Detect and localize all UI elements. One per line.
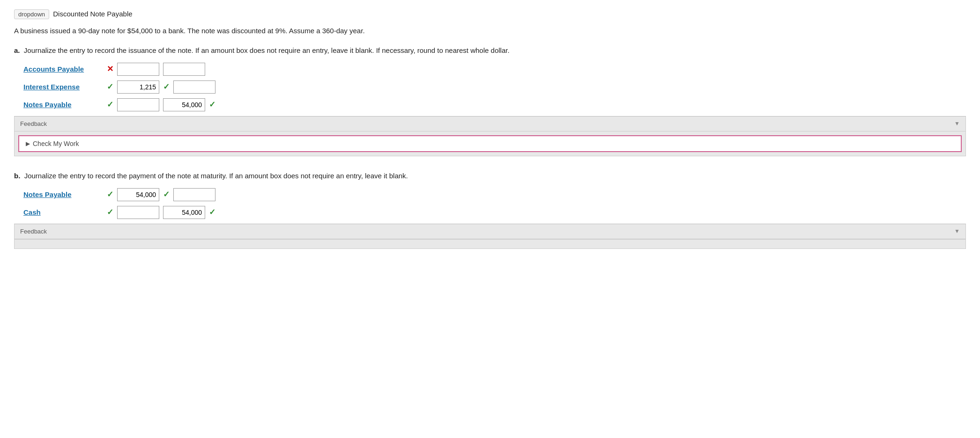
table-row: Notes Payable ✓ ✓ — [23, 98, 966, 111]
section-a: a. Journalize the entry to record the is… — [14, 45, 966, 156]
notes-payable-b-debit-input[interactable] — [117, 188, 159, 201]
cash-debit-input[interactable] — [117, 206, 159, 219]
accounts-payable-status-icon: ✕ — [107, 64, 113, 74]
cash-credit-check-icon: ✓ — [209, 207, 215, 217]
account-link-notes-payable-b[interactable]: Notes Payable — [23, 190, 103, 198]
account-link-interest-expense[interactable]: Interest Expense — [23, 83, 103, 91]
check-my-work-label: Check My Work — [33, 140, 79, 147]
notes-payable-a-status-icon: ✓ — [107, 100, 113, 110]
check-my-work-button[interactable]: ▶ Check My Work — [18, 135, 962, 152]
section-b-label: b. — [14, 172, 20, 180]
section-b-feedback-label: Feedback — [20, 228, 47, 235]
notes-payable-a-credit-input[interactable] — [163, 98, 205, 111]
notes-payable-b-debit-check-icon: ✓ — [163, 190, 170, 199]
account-link-notes-payable-a[interactable]: Notes Payable — [23, 101, 103, 109]
table-row: Cash ✓ ✓ — [23, 206, 966, 219]
notes-payable-a-credit-check-icon: ✓ — [209, 100, 215, 110]
section-b-instruction: b. Journalize the entry to record the pa… — [14, 170, 966, 182]
check-my-work-arrow-icon: ▶ — [26, 140, 30, 147]
section-b-feedback-box: Feedback ▼ — [14, 224, 966, 249]
account-link-accounts-payable[interactable]: Accounts Payable — [23, 65, 103, 73]
section-a-feedback-chevron-icon: ▼ — [954, 120, 960, 127]
section-b: b. Journalize the entry to record the pa… — [14, 170, 966, 249]
interest-expense-credit-input[interactable] — [173, 80, 215, 94]
accounts-payable-credit-input[interactable] — [163, 63, 205, 76]
section-a-feedback-label: Feedback — [20, 120, 47, 127]
cash-credit-input[interactable] — [163, 206, 205, 219]
table-row: Accounts Payable ✕ — [23, 63, 966, 76]
table-row: Notes Payable ✓ ✓ — [23, 188, 966, 201]
section-b-feedback-header: Feedback ▼ — [15, 224, 965, 239]
notes-payable-a-debit-input[interactable] — [117, 98, 159, 111]
interest-expense-status-icon: ✓ — [107, 82, 113, 92]
notes-payable-b-credit-input[interactable] — [173, 188, 215, 201]
interest-expense-debit-check-icon: ✓ — [163, 82, 170, 92]
problem-text: A business issued a 90-day note for $54,… — [14, 26, 966, 36]
section-a-label: a. — [14, 46, 20, 54]
notes-payable-b-status-icon: ✓ — [107, 190, 113, 199]
interest-expense-debit-input[interactable] — [117, 80, 159, 94]
section-a-instruction: a. Journalize the entry to record the is… — [14, 45, 966, 56]
account-link-cash[interactable]: Cash — [23, 208, 103, 216]
section-a-entries: Accounts Payable ✕ Interest Expense ✓ ✓ … — [23, 63, 966, 111]
cash-status-icon: ✓ — [107, 207, 113, 217]
header-line: dropdown Discounted Note Payable — [14, 9, 966, 19]
section-a-feedback-box: Feedback ▼ ▶ Check My Work — [14, 116, 966, 156]
section-b-feedback-chevron-icon: ▼ — [954, 228, 960, 234]
dropdown-label[interactable]: dropdown — [14, 9, 49, 19]
section-a-feedback-header: Feedback ▼ — [15, 117, 965, 131]
header-title: Discounted Note Payable — [53, 10, 132, 18]
accounts-payable-debit-input[interactable] — [117, 63, 159, 76]
table-row: Interest Expense ✓ ✓ — [23, 80, 966, 94]
section-b-entries: Notes Payable ✓ ✓ Cash ✓ ✓ — [23, 188, 966, 219]
